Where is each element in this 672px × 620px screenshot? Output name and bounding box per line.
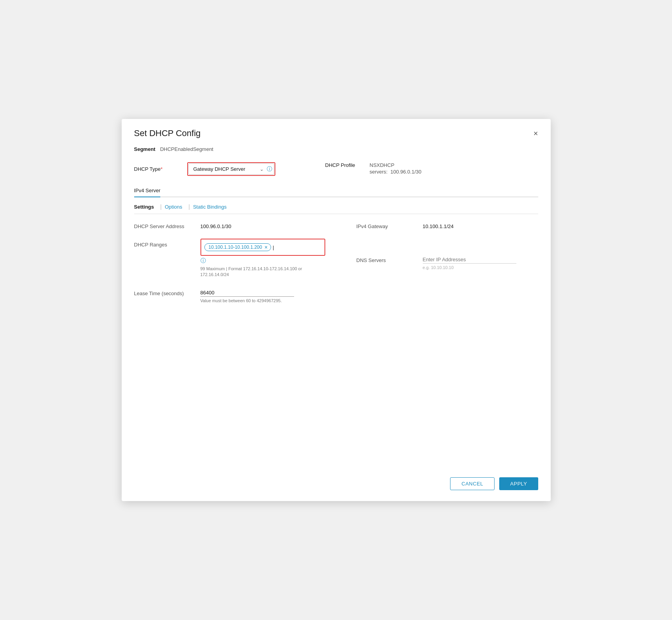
dhcp-server-address-label: DHCP Server Address <box>134 222 200 229</box>
dns-servers-hint: e.g. 10.10.10.10 <box>423 265 516 270</box>
dhcp-ranges-label: DHCP Ranges <box>134 239 200 248</box>
lease-time-row: Lease Time (seconds) Value must be betwe… <box>134 281 325 306</box>
dhcp-profile-name: NSXDHCP <box>370 162 422 168</box>
cancel-button[interactable]: CANCEL <box>450 477 495 490</box>
info-icon[interactable]: ⓘ <box>267 166 272 173</box>
dns-servers-input[interactable] <box>423 256 516 264</box>
dhcp-ranges-row: DHCP Ranges 10.100.1.10-10.100.1.200 × |… <box>134 232 325 281</box>
dhcp-profile-server: servers: 100.96.0.1/30 <box>370 169 422 175</box>
info-icon-ranges[interactable]: ⓘ <box>200 257 325 264</box>
dhcp-profile-values: NSXDHCP servers: 100.96.0.1/30 <box>370 162 422 175</box>
dns-servers-label: DNS Servers <box>356 256 423 263</box>
tab-static-bindings[interactable]: Static Bindings <box>193 204 227 214</box>
tab-options[interactable]: Options <box>165 204 182 214</box>
lease-time-input[interactable] <box>200 289 294 297</box>
dialog-footer: CANCEL APPLY <box>122 471 551 501</box>
dialog-title: Set DHCP Config <box>134 128 201 138</box>
settings-right: IPv4 Gateway 10.100.1.1/24 DNS Servers e… <box>338 216 538 306</box>
set-dhcp-config-dialog: Set DHCP Config × Segment DHCPEnabledSeg… <box>122 119 551 501</box>
tab-settings[interactable]: Settings <box>134 204 154 214</box>
close-button[interactable]: × <box>534 129 538 137</box>
section-tabs: Settings | Options | Static Bindings <box>134 197 538 214</box>
dns-servers-input-wrapper: e.g. 10.10.10.10 <box>423 256 516 270</box>
tab-divider-2: | <box>188 204 190 210</box>
dhcp-type-profile-row: DHCP Type* Gateway DHCP Server DHCP Serv… <box>134 158 538 180</box>
dns-servers-row: DNS Servers e.g. 10.10.10.10 <box>356 232 538 273</box>
dhcp-range-tag: 10.100.1.10-10.100.1.200 × <box>204 243 271 251</box>
tab-divider-1: | <box>160 204 162 210</box>
segment-value: DHCPEnabledSegment <box>160 146 213 152</box>
ipv4-server-tab[interactable]: IPv4 Server <box>134 184 161 197</box>
dhcp-type-select[interactable]: Gateway DHCP Server DHCP Server Relay <box>188 163 274 175</box>
settings-grid: DHCP Server Address 100.96.0.1/30 DHCP R… <box>134 216 538 306</box>
lease-time-hint: Value must be between 60 to 4294967295. <box>200 298 294 303</box>
dhcp-type-select-wrapper: Gateway DHCP Server DHCP Server Relay ⌄ … <box>187 162 275 176</box>
dhcp-type-group: DHCP Type* Gateway DHCP Server DHCP Serv… <box>134 162 275 176</box>
dhcp-range-tag-value: 10.100.1.10-10.100.1.200 <box>209 244 262 250</box>
segment-label: Segment <box>134 146 156 152</box>
dhcp-ranges-hint: 99 Maximum | Format 172.16.14.10-172.16.… <box>200 266 325 278</box>
lease-time-input-wrapper: Value must be between 60 to 4294967295. <box>200 289 294 303</box>
dhcp-ranges-input-box[interactable]: 10.100.1.10-10.100.1.200 × | <box>200 239 325 256</box>
dhcp-range-tag-close[interactable]: × <box>264 244 268 250</box>
ipv4-tab-row: IPv4 Server <box>134 184 538 197</box>
ipv4-gateway-value: 10.100.1.1/24 <box>423 222 454 229</box>
dhcp-profile-group: DHCP Profile NSXDHCP servers: 100.96.0.1… <box>325 162 422 175</box>
segment-row: Segment DHCPEnabledSegment <box>134 143 538 158</box>
dhcp-type-label: DHCP Type* <box>134 166 181 172</box>
apply-button[interactable]: APPLY <box>499 477 538 490</box>
dialog-header: Set DHCP Config × <box>122 119 551 143</box>
dhcp-ranges-wrapper: 10.100.1.10-10.100.1.200 × | ⓘ 99 Maximu… <box>200 239 325 278</box>
dialog-body: Segment DHCPEnabledSegment DHCP Type* Ga… <box>122 143 551 471</box>
required-marker: * <box>161 166 163 172</box>
dhcp-server-address-row: DHCP Server Address 100.96.0.1/30 <box>134 216 325 232</box>
ipv4-gateway-row: IPv4 Gateway 10.100.1.1/24 <box>356 216 538 232</box>
dhcp-server-address-value: 100.96.0.1/30 <box>200 222 232 229</box>
range-cursor: | <box>273 244 274 250</box>
dhcp-profile-label: DHCP Profile <box>325 162 360 168</box>
lease-time-label: Lease Time (seconds) <box>134 289 200 296</box>
ipv4-gateway-label: IPv4 Gateway <box>356 222 423 229</box>
settings-left: DHCP Server Address 100.96.0.1/30 DHCP R… <box>134 216 338 306</box>
